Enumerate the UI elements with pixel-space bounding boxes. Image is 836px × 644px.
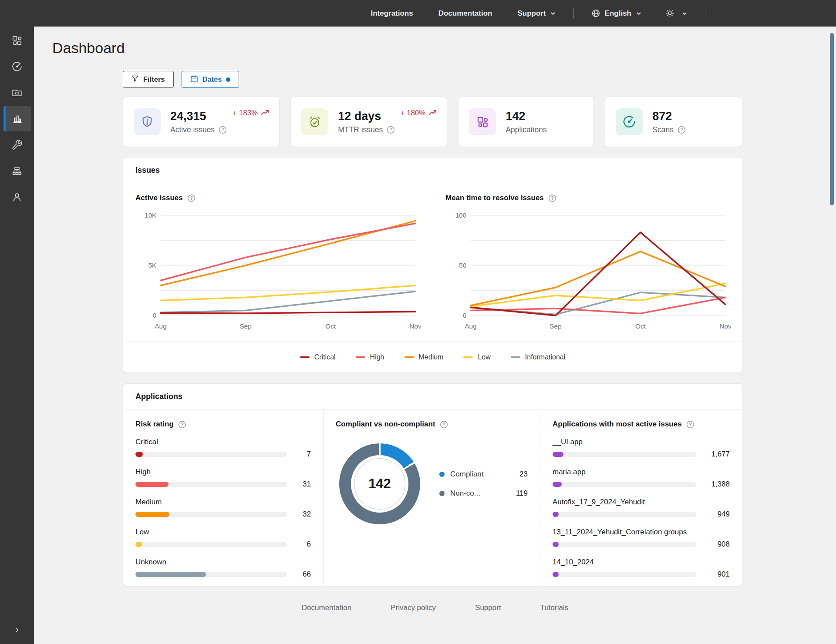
svg-text:Oct: Oct: [635, 322, 646, 330]
legend-item-high[interactable]: High: [356, 353, 384, 361]
filter-icon: [131, 75, 139, 84]
bar-value: 908: [696, 540, 730, 549]
globe-icon: [591, 9, 600, 18]
nav-item-documentation[interactable]: Documentation: [438, 9, 492, 18]
help-icon[interactable]: ?: [686, 420, 694, 429]
svg-text:Oct: Oct: [325, 322, 336, 330]
bar-track-row: 901: [553, 570, 730, 579]
sidebar-item-apps-grid[interactable]: [0, 27, 34, 54]
sidebar-collapse-toggle[interactable]: [0, 621, 34, 640]
risk-rating-block: Risk rating ? Critical7High31Medium32Low…: [123, 409, 324, 586]
bar-row-medium: Medium32: [135, 498, 311, 519]
bar-label: Critical: [135, 438, 311, 446]
legend-item-informational[interactable]: Informational: [511, 353, 566, 361]
dates-label: Dates: [202, 75, 222, 84]
bar-label: Low: [135, 528, 311, 537]
theme-toggle[interactable]: [665, 9, 688, 18]
bar-row-14-10-2024: 14_10_2024901: [553, 558, 730, 579]
footer-link-privacy-policy[interactable]: Privacy policy: [391, 604, 436, 612]
bar-label: 13_11_2024_Yehudit_Correlation groups: [553, 528, 730, 537]
top-apps-block: Applications with most active issues ? _…: [540, 409, 742, 586]
stat-value: 12 days: [338, 110, 395, 123]
legend-label: Low: [478, 353, 490, 361]
sidebar-item-hierarchy[interactable]: [0, 158, 34, 184]
apps-grid-icon: [11, 35, 23, 46]
dates-active-indicator: [226, 77, 230, 82]
sidebar-item-settings[interactable]: [0, 132, 34, 158]
stat-card-content: 872Scans?: [652, 110, 686, 134]
help-icon[interactable]: ?: [387, 126, 395, 134]
compliance-legend-item[interactable]: Compliant23: [439, 470, 528, 479]
stat-card-content: 142Applications: [506, 110, 546, 134]
bar-track: [553, 452, 696, 457]
help-icon[interactable]: ?: [178, 420, 186, 429]
compliance-donut-chart[interactable]: 142: [339, 443, 420, 524]
active-issues-chart[interactable]: 05K10KAugSepOctNov: [135, 207, 421, 335]
nav-item-label: Integrations: [371, 9, 413, 18]
dates-button[interactable]: Dates: [182, 71, 239, 88]
bar-fill: [553, 482, 562, 487]
bar-track: [553, 512, 696, 517]
sitemap-icon: [11, 165, 23, 177]
legend-item-low[interactable]: Low: [463, 353, 490, 361]
chart-title: Compliant vs non-compliant: [336, 420, 435, 429]
bar-row-critical: Critical7: [135, 438, 311, 459]
nav-item-support[interactable]: Support: [517, 9, 556, 18]
issues-panel: Issues Active issues ? 05K10KAugSepOctNo…: [123, 157, 742, 373]
svg-text:?: ?: [551, 195, 554, 201]
applications-panel-header: Applications: [123, 384, 742, 409]
bar-fill: [553, 542, 559, 547]
stat-trend-value: + 180%: [400, 109, 425, 117]
series-line-low[interactable]: [161, 285, 415, 301]
language-selector[interactable]: English: [591, 9, 642, 18]
legend-label: High: [370, 353, 384, 361]
sidebar-item-dashboard[interactable]: [3, 106, 31, 131]
bar-track: [135, 452, 287, 457]
svg-text:?: ?: [680, 127, 683, 132]
stat-card-content: 12 daysMTTR issues?: [338, 110, 395, 134]
sidebar-item-users[interactable]: [0, 184, 34, 210]
vertical-scrollbar-thumb[interactable]: [830, 33, 834, 205]
help-icon[interactable]: ?: [678, 126, 686, 134]
legend-swatch: [463, 356, 473, 358]
mttr-chart[interactable]: 050100AugSepOctNov: [445, 207, 731, 335]
sidebar-item-scans[interactable]: [0, 54, 34, 80]
bar-label: High: [135, 468, 311, 476]
footer-link-tutorials[interactable]: Tutorials: [540, 604, 569, 612]
topbar-divider: [705, 8, 705, 19]
bar-track: [135, 572, 287, 577]
user-icon: [11, 191, 23, 203]
series-line-high[interactable]: [161, 223, 415, 280]
footer-link-documentation[interactable]: Documentation: [302, 604, 351, 612]
help-icon[interactable]: ?: [548, 194, 556, 202]
sidebar-item-projects[interactable]: [0, 80, 34, 106]
compliance-block: Compliant vs non-compliant ? 142 Complia…: [324, 409, 540, 586]
bar-row-low: Low6: [135, 528, 311, 549]
bar-label: Autofix_17_9_2024_Yehudit: [553, 498, 730, 506]
bar-track-row: 7: [135, 450, 311, 459]
help-icon[interactable]: ?: [219, 126, 227, 134]
legend-swatch: [356, 356, 365, 358]
svg-text:10K: 10K: [145, 211, 156, 219]
chart-title: Risk rating: [135, 420, 174, 429]
svg-text:0: 0: [153, 312, 156, 319]
stat-value: 872: [652, 110, 686, 123]
help-icon[interactable]: ?: [440, 420, 448, 429]
svg-text:?: ?: [390, 127, 392, 132]
stat-label: Applications: [506, 125, 546, 134]
compliance-legend-item[interactable]: Non-co...119: [439, 489, 528, 498]
legend-item-medium[interactable]: Medium: [405, 353, 444, 361]
footer-link-support[interactable]: Support: [475, 604, 501, 612]
legend-label: Critical: [314, 353, 336, 361]
calendar-icon: [190, 75, 198, 84]
nav-item-integrations[interactable]: Integrations: [371, 9, 413, 18]
bar-row-13-11-2024-yehudit-correlation-groups: 13_11_2024_Yehudit_Correlation groups908: [553, 528, 730, 549]
filters-button[interactable]: Filters: [123, 71, 174, 88]
donut-center-total: 142: [339, 443, 420, 524]
legend-item-critical[interactable]: Critical: [300, 353, 336, 361]
svg-text:5K: 5K: [148, 262, 156, 269]
chart-title: Active issues: [135, 194, 183, 202]
stat-label: MTTR issues: [338, 125, 383, 134]
help-icon[interactable]: ?: [187, 194, 196, 202]
page-title: Dashboard: [52, 40, 836, 57]
